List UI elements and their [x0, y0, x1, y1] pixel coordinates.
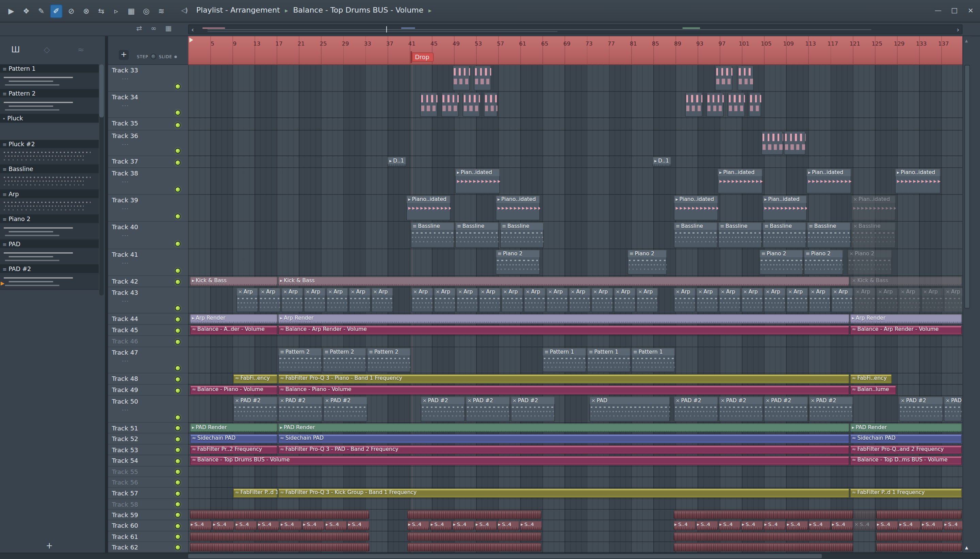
track-mute-led[interactable] — [175, 279, 181, 285]
clip-balance-piano-volume[interactable]: ≈Balance - Piano - Volume — [278, 385, 849, 395]
clip-pad-2[interactable]: ×PAD #2 — [511, 397, 555, 421]
clip-pattern-2[interactable]: ≡Pattern 2 — [278, 348, 322, 372]
clip-bassline[interactable]: ≡Bassline — [674, 222, 718, 248]
track-header-track-56[interactable]: Track 56 — [108, 477, 188, 488]
pattern-preview[interactable] — [0, 198, 99, 215]
track-mute-led[interactable] — [175, 512, 181, 518]
maximize-button[interactable]: □ — [949, 5, 960, 17]
clip-arp[interactable]: ×Arp — [479, 288, 501, 313]
scroll-right-icon[interactable]: › — [957, 25, 959, 34]
clip-arp[interactable]: ×Arp — [371, 288, 393, 313]
clip-arp[interactable]: ×Arp — [809, 288, 831, 313]
clip-d-1[interactable]: ▸D..1 — [388, 157, 406, 167]
clip-s-4[interactable]: ▸S..4 — [674, 521, 696, 531]
clip-pad-2[interactable]: ×PAD #2 — [674, 397, 718, 421]
fl-logo-icon[interactable]: ❖ — [20, 5, 33, 18]
clip-drum[interactable] — [484, 93, 497, 117]
slide-tool[interactable]: ⇆ — [95, 5, 108, 18]
track-header-track-57[interactable]: Track 57 — [108, 488, 188, 499]
clip-arp[interactable]: ×Arp — [764, 288, 785, 313]
clip-s-4[interactable]: ▸S..4 — [809, 521, 831, 531]
draw-tool[interactable]: ✎ — [35, 5, 48, 18]
clip-strip[interactable] — [408, 542, 541, 552]
clip-arp[interactable]: ×Arp — [349, 288, 371, 313]
clip-s-4[interactable]: ▸S..4 — [899, 521, 920, 531]
clip-arp-render[interactable]: ▸Arp Render — [278, 314, 849, 324]
clip-s-4[interactable]: ▸S..4 — [741, 521, 763, 531]
clip-s-4[interactable]: ▸S..4 — [944, 521, 962, 531]
clip-arp[interactable]: ×Arp — [524, 288, 546, 313]
clip-drum2[interactable] — [784, 131, 806, 155]
scroll-left-icon[interactable]: ‹ — [191, 25, 194, 34]
link-icon[interactable]: ∞ — [151, 25, 156, 33]
clip-d-1[interactable]: ▸D..1 — [653, 157, 672, 167]
clip-drum[interactable] — [685, 93, 702, 117]
clip-arp[interactable]: ×Arp — [636, 288, 658, 313]
pattern-scrollbar-thumb[interactable] — [99, 64, 104, 117]
track-header-track-33[interactable]: Track 33... — [108, 65, 188, 92]
clip-arp[interactable]: ×Arp — [696, 288, 718, 313]
pattern-item-arp[interactable]: ≡Arp — [0, 190, 99, 198]
clip-kick-bass[interactable]: ▸Kick & Bass — [278, 277, 849, 286]
track-mute-led[interactable] — [175, 415, 181, 421]
slide-dot-icon[interactable] — [174, 55, 177, 58]
clip-fabfi-ency[interactable]: ≈FabFi..ency — [850, 374, 892, 384]
track-mute-led[interactable] — [175, 339, 181, 345]
track-mute-led[interactable] — [175, 365, 181, 371]
clip-pad[interactable]: ×PAD — [589, 397, 670, 421]
playback-tool[interactable]: ▹ — [110, 5, 123, 18]
track-header-track-61[interactable]: Track 61 — [108, 531, 188, 542]
clip-s-4[interactable]: ▸S..4 — [347, 521, 369, 531]
clip-arp[interactable]: ×Arp — [944, 288, 962, 313]
clip-pad-render[interactable]: ▸PAD Render — [278, 423, 849, 432]
clip-s-4[interactable]: ▸S..4 — [302, 521, 324, 531]
clip-s-4[interactable]: ▸S..4 — [921, 521, 943, 531]
add-track-button[interactable]: + — [119, 50, 129, 60]
timeline-ruler[interactable]: Drop 59131721252933374145495357616569737… — [188, 36, 963, 65]
track-mute-led[interactable] — [175, 305, 181, 311]
clip-arp[interactable]: ×Arp — [259, 288, 280, 313]
clip-s-4[interactable]: ×S..4 — [854, 521, 876, 531]
track-header-track-50[interactable]: Track 50... — [108, 396, 188, 423]
add-pattern-button[interactable]: + — [0, 541, 99, 551]
clip-bassline[interactable]: ×Bassline — [851, 222, 895, 248]
clip-s-4[interactable]: ▸S..4 — [408, 521, 429, 531]
track-header-track-54[interactable]: Track 54 — [108, 455, 188, 466]
clip-piano-2[interactable]: ≡Piano 2 — [759, 250, 803, 275]
clip-bassline[interactable]: ≡Bassline — [763, 222, 806, 248]
clip-arp[interactable]: ×Arp — [546, 288, 568, 313]
pattern-preview[interactable] — [0, 73, 99, 89]
pattern-scrollbar[interactable] — [99, 64, 104, 296]
clip-s-4[interactable]: ▸S..4 — [719, 521, 740, 531]
clip-bassline[interactable]: ≡Bassline — [411, 222, 454, 248]
clip-strip[interactable] — [876, 542, 962, 552]
clip-strip[interactable] — [674, 532, 853, 541]
clip-pattern-1[interactable]: ≡Pattern 1 — [542, 348, 586, 372]
track-header-track-44[interactable]: Track 44 — [108, 314, 188, 325]
track-mute-led[interactable] — [175, 328, 181, 334]
track-header-track-58[interactable]: Track 58 — [108, 499, 188, 510]
clip-sidechain-pad[interactable]: ≈Sidechain PAD — [190, 434, 277, 444]
track-header-track-59[interactable]: Track 59 — [108, 510, 188, 520]
track-mute-led[interactable] — [175, 187, 181, 192]
clip-balance-arp-render-volume[interactable]: ≈Balance - Arp Render - Volume — [278, 326, 849, 335]
track-header-track-48[interactable]: Track 48 — [108, 373, 188, 385]
track-mute-led[interactable] — [175, 491, 181, 497]
clip-arp[interactable]: ×Arp — [921, 288, 943, 313]
automation-list-icon[interactable]: ≈ — [78, 45, 85, 55]
clip-fabfilter-p-d-1-frequency[interactable]: ≈FabFilter P..d 1 Frequency — [850, 488, 962, 498]
clip-pian-idated[interactable]: ▸Pian..idated — [718, 169, 763, 194]
track-mute-led[interactable] — [175, 534, 181, 540]
clip-s-4[interactable]: ▸S..4 — [876, 521, 898, 531]
track-header-track-42[interactable]: Track 42 — [108, 276, 188, 287]
clip-fabfilter-pro-q-3-piano-band-1-frequency[interactable]: ≈FabFilter Pro-Q 3 - Piano - Band 1 Freq… — [278, 374, 849, 384]
track-header-track-34[interactable]: Track 34... — [108, 92, 188, 118]
track-header-track-36[interactable]: Track 36... — [108, 131, 188, 156]
clip-pad-2[interactable]: ×PAD #2 — [899, 397, 943, 421]
timeline-marker-drop[interactable]: Drop — [412, 52, 433, 62]
clip-arp[interactable]: ×Arp — [674, 288, 696, 313]
clip-pad-2[interactable]: ×PAD #2 — [466, 397, 510, 421]
clip-strip[interactable] — [190, 542, 369, 552]
pattern-item-pad[interactable]: ≡PAD — [0, 240, 99, 248]
clip-balance-top-drums-bus-volume[interactable]: ≈Balance - Top Drums BUS - Volume — [190, 456, 849, 465]
